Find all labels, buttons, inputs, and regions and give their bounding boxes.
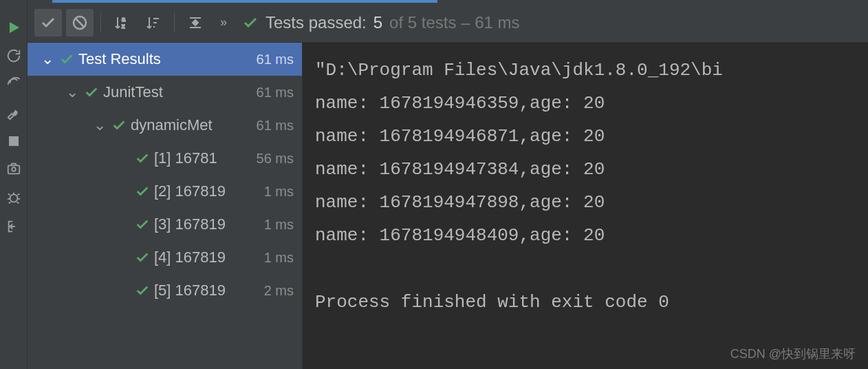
console-line: name: 1678194948409,age: 20 xyxy=(315,225,605,246)
sort-duration-button[interactable] xyxy=(140,9,167,36)
check-icon xyxy=(135,250,150,265)
tree-method[interactable]: ⌄ dynamicMet 61 ms xyxy=(28,109,302,142)
chevron-down-icon[interactable]: ⌄ xyxy=(40,50,55,68)
tree-test[interactable]: [5] 167819 2 ms xyxy=(28,274,302,307)
tree-time: 1 ms xyxy=(264,184,294,200)
console-line: name: 1678194947898,age: 20 xyxy=(315,192,605,213)
tree-time: 61 ms xyxy=(257,118,294,134)
tree-label: [5] 167819 xyxy=(154,282,259,299)
chevron-down-icon[interactable]: ⌄ xyxy=(65,83,80,101)
separator xyxy=(174,13,175,32)
tree-suite[interactable]: ⌄ JunitTest 61 ms xyxy=(28,76,302,109)
tree-label: JunitTest xyxy=(103,83,251,101)
check-icon xyxy=(111,118,127,133)
watermark: CSDN @快到锅里来呀 xyxy=(730,346,856,362)
more-button[interactable]: » xyxy=(213,9,234,36)
run-icon[interactable] xyxy=(7,21,21,34)
console-exit: Process finished with exit code 0 xyxy=(315,292,669,313)
tree-label: Test Results xyxy=(78,50,251,68)
left-gutter xyxy=(0,0,28,369)
sort-alpha-button[interactable]: az xyxy=(108,9,135,36)
tree-test[interactable]: [2] 167819 1 ms xyxy=(28,175,302,208)
tree-root[interactable]: ⌄ Test Results 61 ms xyxy=(28,43,302,76)
exit-icon[interactable] xyxy=(6,219,21,234)
collapse-all-button[interactable] xyxy=(182,9,209,36)
svg-point-3 xyxy=(10,194,17,202)
svg-text:z: z xyxy=(122,23,125,30)
tree-test[interactable]: [1] 16781 56 ms xyxy=(28,142,302,175)
check-icon xyxy=(242,14,259,31)
tree-time: 61 ms xyxy=(257,52,294,67)
status-suffix: of 5 tests – 61 ms xyxy=(389,13,519,32)
rerun-icon[interactable] xyxy=(6,77,21,92)
chevron-down-icon[interactable]: ⌄ xyxy=(92,116,107,134)
separator xyxy=(100,13,101,32)
check-icon xyxy=(84,85,99,100)
svg-point-2 xyxy=(12,167,16,171)
status-count: 5 xyxy=(373,13,382,32)
tree-label: [2] 167819 xyxy=(154,182,259,200)
test-tree[interactable]: ⌄ Test Results 61 ms ⌄ JunitTest 61 ms ⌄… xyxy=(28,43,303,369)
test-toolbar: az » Tests passed: 5 of 5 tests – 61 ms xyxy=(28,3,868,43)
debug-restart-icon[interactable] xyxy=(6,48,21,63)
bug-icon[interactable] xyxy=(6,190,21,205)
wrench-icon[interactable] xyxy=(6,106,21,121)
console-line: name: 1678194947384,age: 20 xyxy=(315,159,605,180)
svg-text:a: a xyxy=(122,16,125,23)
tree-test[interactable]: [3] 167819 1 ms xyxy=(28,208,302,241)
stop-icon[interactable] xyxy=(8,135,20,147)
main-panel: az » Tests passed: 5 of 5 tests – 61 ms … xyxy=(28,0,868,369)
tree-test[interactable]: [4] 167819 1 ms xyxy=(28,241,302,274)
tree-time: 1 ms xyxy=(264,217,294,233)
console-line: name: 1678194946359,age: 20 xyxy=(315,93,605,114)
svg-rect-0 xyxy=(9,136,19,146)
check-icon xyxy=(135,151,150,166)
check-icon xyxy=(135,217,150,232)
show-ignored-button[interactable] xyxy=(66,9,94,36)
console-output[interactable]: "D:\Program Files\Java\jdk1.8.0_192\bi n… xyxy=(303,43,868,369)
tree-label: [3] 167819 xyxy=(154,215,259,233)
status-prefix: Tests passed: xyxy=(265,13,367,32)
tree-time: 2 ms xyxy=(264,283,294,299)
show-passed-button[interactable] xyxy=(34,9,62,36)
check-icon xyxy=(59,52,74,67)
console-path: "D:\Program Files\Java\jdk1.8.0_192\bi xyxy=(315,60,723,81)
camera-icon[interactable] xyxy=(6,161,21,176)
tree-time: 1 ms xyxy=(264,250,294,266)
check-icon xyxy=(135,184,150,199)
tree-label: [4] 167819 xyxy=(154,249,259,266)
tree-label: [1] 16781 xyxy=(154,149,251,167)
tree-label: dynamicMet xyxy=(131,116,251,134)
tab-strip xyxy=(28,0,868,3)
tree-time: 56 ms xyxy=(257,151,294,167)
check-icon xyxy=(135,283,150,298)
test-status: Tests passed: 5 of 5 tests – 61 ms xyxy=(242,13,520,32)
console-line: name: 1678194946871,age: 20 xyxy=(315,126,605,147)
svg-rect-1 xyxy=(8,165,19,173)
tree-time: 61 ms xyxy=(257,85,294,101)
